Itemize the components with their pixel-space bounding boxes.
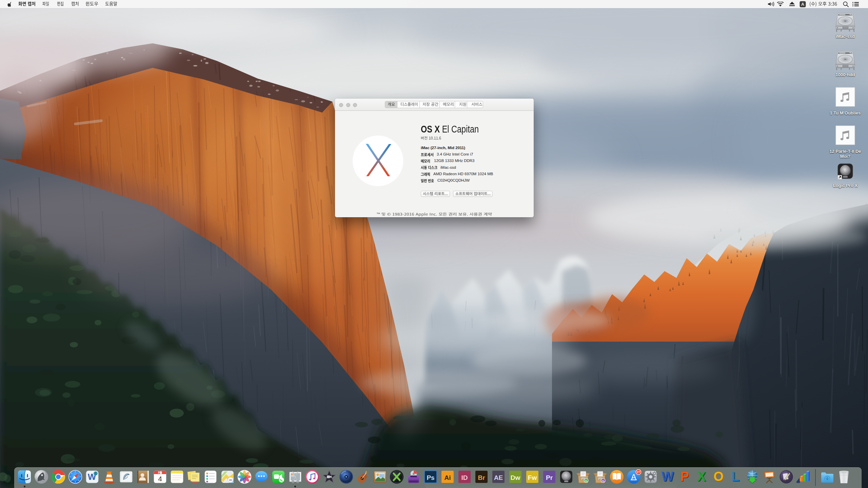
svg-text:Fw: Fw <box>528 474 537 481</box>
svg-text:X: X <box>697 469 706 484</box>
svg-text:Pr: Pr <box>546 474 553 481</box>
svg-text:A: A <box>801 2 805 7</box>
svg-text:Ai: Ai <box>445 474 451 481</box>
svg-text:Br: Br <box>478 474 485 481</box>
svg-text:G: G <box>602 479 604 483</box>
svg-text:G: G <box>585 479 587 483</box>
svg-text:ID: ID <box>461 474 468 481</box>
svg-text:AE: AE <box>494 474 503 481</box>
svg-text:Dw: Dw <box>511 474 520 481</box>
svg-text:W: W <box>662 469 674 484</box>
svg-text:Ps: Ps <box>427 474 435 481</box>
svg-text:O: O <box>713 469 724 484</box>
svg-text:3D: 3D <box>229 479 232 481</box>
svg-text:P: P <box>680 469 689 484</box>
svg-text:L: L <box>731 469 739 484</box>
svg-text:27: 27 <box>637 470 640 474</box>
svg-text:3월: 3월 <box>158 471 162 474</box>
svg-text:4: 4 <box>158 475 162 483</box>
